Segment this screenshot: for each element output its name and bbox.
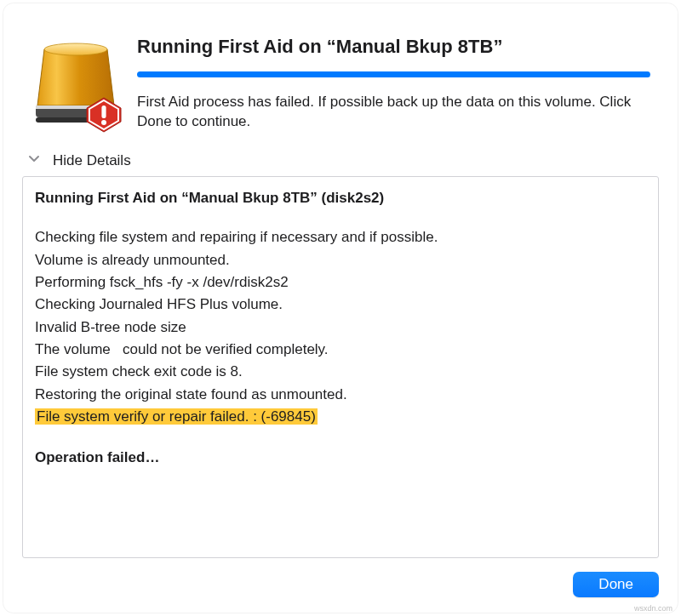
header-text-block: Running First Aid on “Manual Bkup 8TB” F… [137,20,659,132]
details-heading: Running First Aid on “Manual Bkup 8TB” (… [35,187,646,209]
svg-point-0 [44,43,107,55]
log-line: Volume is already unmounted. [35,249,646,271]
watermark: wsxdn.com [634,604,672,613]
log-line: Checking Journaled HFS Plus volume. [35,294,646,316]
dialog-subtitle: First Aid process has failed. If possibl… [137,93,650,132]
details-toggle[interactable]: Hide Details [27,151,659,169]
dialog-title: Running First Aid on “Manual Bkup 8TB” [137,36,650,58]
highlighted-error: File system verify or repair failed. : (… [35,408,318,425]
first-aid-dialog: Running First Aid on “Manual Bkup 8TB” F… [3,3,678,613]
progress-fill [137,71,650,77]
log-line: File system check exit code is 8. [35,361,646,383]
log-line: File system verify or repair failed. : (… [35,406,646,428]
operation-status: Operation failed… [35,447,646,469]
log-line: Checking file system and repairing if ne… [35,226,646,248]
svg-rect-6 [101,106,106,118]
dialog-footer: Done [22,558,659,597]
log-line: Invalid B-tree node size [35,317,646,339]
done-button[interactable]: Done [573,572,659,597]
log-line: The volume could not be verified complet… [35,339,646,361]
log-line: Performing fsck_hfs -fy -x /dev/rdisk2s2 [35,271,646,294]
svg-point-7 [101,120,106,125]
log-line: Restoring the original state found as un… [35,384,646,406]
disk-with-alert-icon [36,39,117,133]
details-log-box[interactable]: Running First Aid on “Manual Bkup 8TB” (… [22,176,659,558]
chevron-down-icon [27,151,41,169]
alert-badge-icon [84,95,123,138]
details-toggle-label: Hide Details [53,152,131,169]
dialog-header: Running First Aid on “Manual Bkup 8TB” F… [22,20,659,133]
progress-bar [137,71,650,77]
